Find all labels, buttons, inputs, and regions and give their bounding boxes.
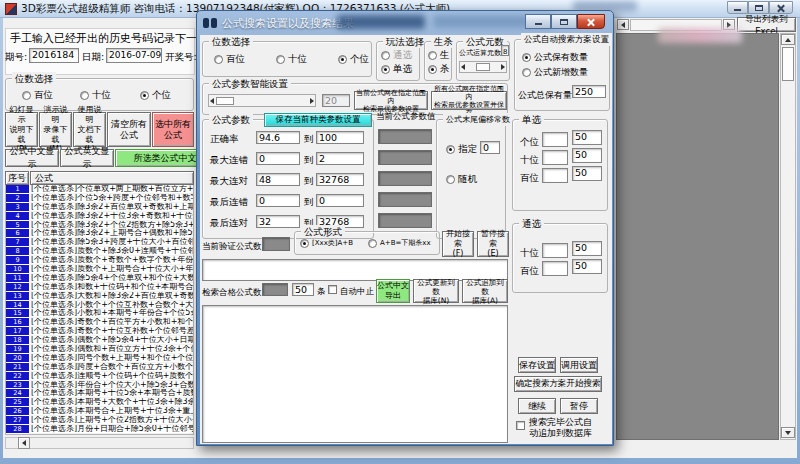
manual-doc-download-button[interactable]: 使用说明 文档下载 (L) bbox=[73, 112, 106, 147]
row-formula-cell[interactable]: [个位单选杀]偶数个+除5余4+十位大小+日期+小 bbox=[29, 336, 193, 345]
continue-button[interactable]: 继续 bbox=[518, 398, 556, 414]
table-row[interactable]: 14[个位单选杀]小数个+个位互补数+合数个+大数 bbox=[6, 301, 193, 310]
row-index-cell[interactable]: 22 bbox=[6, 372, 29, 381]
table-scroll-left-button[interactable] bbox=[18, 437, 30, 449]
row-formula-cell[interactable]: [个位单选杀]除5余3+跨度+十位大小+百位邻号数 bbox=[29, 238, 193, 247]
row-index-cell[interactable]: 23 bbox=[6, 381, 29, 390]
table-row[interactable]: 4[个位单选杀]除3余2+十位3余+奇数和+十位邻号数 bbox=[6, 212, 193, 221]
table-row[interactable]: 25[个位单选杀]本期号+大数个+十位3余+除3余2+同 bbox=[6, 398, 193, 407]
list-scroll-right-button[interactable] bbox=[723, 19, 735, 30]
list-scroll-left-button[interactable] bbox=[617, 19, 629, 30]
row-formula-cell[interactable]: [个位单选杀]质数个+上期号合+十位大小+年份合 bbox=[29, 265, 193, 274]
row-index-cell[interactable]: 14 bbox=[6, 301, 29, 310]
param-from-input[interactable]: 32 bbox=[256, 215, 300, 228]
dialog-maximize-button[interactable] bbox=[551, 14, 577, 29]
row-formula-cell[interactable]: [个位单选杀]偶数和+百位立方+十位3余+个位5余 bbox=[29, 345, 193, 354]
append-database-button[interactable]: 公式追加到数 据库(A) bbox=[462, 279, 508, 303]
single-value[interactable]: 50 bbox=[572, 166, 602, 181]
scroll-up-button[interactable] bbox=[781, 34, 795, 45]
single-value[interactable]: 50 bbox=[572, 130, 602, 145]
row-formula-cell[interactable]: [个位单选杀]除3余2+个位2指数方+除5余3+百位和 bbox=[29, 221, 193, 230]
update-database-button[interactable]: 公式更新到数 据库(N) bbox=[413, 279, 459, 303]
issue-input[interactable]: 2016184 bbox=[29, 48, 79, 63]
offset-value-input[interactable]: 0 bbox=[480, 141, 500, 154]
minimize-button[interactable] bbox=[727, 1, 748, 14]
vertical-scroll-thumb[interactable] bbox=[782, 47, 794, 81]
element-count-input[interactable]: 8 bbox=[501, 45, 509, 56]
row-formula-cell[interactable]: [个位单选杀]跨度+合数个+百位立方+小数个+除 bbox=[29, 363, 193, 372]
demo-video-download-button[interactable]: 演示说明 录像下载 (M) bbox=[39, 112, 72, 147]
dialog-close-button[interactable] bbox=[577, 14, 605, 29]
row-formula-cell[interactable]: [个位单选杀]个位5余+跨度+个位邻号和+数字个数 bbox=[29, 194, 193, 203]
row-formula-cell[interactable]: [个位单选杀]质数个+除3余0+连顺号+十位邻号差 bbox=[29, 247, 193, 256]
export-chinese-button[interactable]: 公式中文 导出 bbox=[376, 279, 410, 303]
row-formula-cell[interactable]: [个位单选杀]月份+日期合+除5余0+十位邻号差+ bbox=[29, 425, 193, 434]
main-radio-shiwei[interactable]: 十位 bbox=[80, 89, 111, 102]
row-formula-cell[interactable]: [个位单选杀]除3余2+十位3余+奇数和+十位邻号数 bbox=[29, 212, 193, 221]
row-index-cell[interactable]: 4 bbox=[6, 212, 29, 221]
maximize-button[interactable] bbox=[748, 1, 769, 14]
row-index-cell[interactable]: 10 bbox=[6, 265, 29, 274]
row-formula-cell[interactable]: [个位单选杀]除3余2+上期号合+偶数和+除5余2+ bbox=[29, 229, 193, 238]
table-row[interactable]: 15[个位单选杀]小数和+本期号+年份合+个位5余+ bbox=[6, 309, 193, 318]
tong-input[interactable] bbox=[542, 243, 568, 258]
radio-sheng[interactable]: 生 bbox=[428, 49, 450, 62]
row-formula-cell[interactable]: [个位单选杀]除5余4+个位单双+和个位+大数个+ bbox=[29, 274, 193, 283]
row-index-cell[interactable]: 15 bbox=[6, 309, 29, 318]
row-formula-cell[interactable]: [个位单选杀]大数和+除3余2+百位单双+奇数个+ bbox=[29, 292, 193, 301]
table-row[interactable]: 22[个位单选杀]连顺号+个位码+个位码+质数个+数 bbox=[6, 372, 193, 381]
main-radio-gewei[interactable]: 个位 bbox=[140, 89, 171, 102]
row-index-cell[interactable]: 28 bbox=[6, 425, 29, 434]
element-count-scrollbar[interactable] bbox=[459, 61, 507, 73]
auto-append-checkbox[interactable] bbox=[516, 421, 525, 430]
table-row[interactable]: 17[个位单选杀]奇数个+十位互补数+个位邻号差+十 bbox=[6, 327, 193, 336]
row-index-cell[interactable]: 16 bbox=[6, 318, 29, 327]
scroll-down-button[interactable] bbox=[781, 427, 795, 438]
row-formula-cell[interactable]: [个位单选杀]奇数个+十位互补数+个位邻号差+十 bbox=[29, 327, 193, 336]
radio-tongxuan[interactable]: 通选 bbox=[381, 49, 412, 62]
table-row[interactable]: 12[个位单选杀]和数+十位码+和个位+本期号合+百 bbox=[6, 283, 193, 292]
dlg-radio-shiwei[interactable]: 十位 bbox=[276, 53, 307, 66]
search-current-optimal-button[interactable]: 当前公式网在指定范围内 检索最优参数设置 bbox=[354, 91, 428, 110]
table-row[interactable]: 18[个位单选杀]偶数个+除5余4+十位大小+日期+小 bbox=[6, 336, 193, 345]
table-row[interactable]: 19[个位单选杀]偶数和+百位立方+十位3余+个位5余 bbox=[6, 345, 193, 354]
slideshow-download-button[interactable]: 幻灯显示 说明下载 (P) bbox=[5, 112, 38, 147]
row-formula-cell[interactable]: [个位单选杀]质数个+奇数个+数字个数+年份和+ bbox=[29, 256, 193, 265]
row-index-cell[interactable]: 11 bbox=[6, 274, 29, 283]
save-settings-button[interactable]: 保存设置 bbox=[518, 357, 556, 373]
dialog-minimize-button[interactable] bbox=[525, 14, 551, 29]
formula-english-display-button[interactable]: 公式英文显示 bbox=[60, 149, 114, 167]
row-index-cell[interactable]: 3 bbox=[6, 203, 29, 212]
radio-danxuan[interactable]: 单选 bbox=[381, 63, 412, 76]
radio-form-class[interactable]: [Xxx类]A+B bbox=[300, 238, 353, 248]
auto-stop-checkbox[interactable] bbox=[328, 285, 337, 294]
table-row[interactable]: 1[个位单选杀]个位单双+两上期数+百位立方+奇数 bbox=[6, 185, 193, 194]
row-formula-cell[interactable]: [个位单选杀]年份合+个位大小+除5余3+合数个+ bbox=[29, 381, 193, 390]
row-index-cell[interactable]: 7 bbox=[6, 238, 29, 247]
row-index-cell[interactable]: 5 bbox=[6, 221, 29, 230]
table-row[interactable]: 10[个位单选杀]质数个+上期号合+十位大小+年份合 bbox=[6, 265, 193, 274]
load-settings-button[interactable]: 调用设置 bbox=[560, 357, 598, 373]
tong-value[interactable]: 50 bbox=[572, 241, 602, 256]
row-formula-cell[interactable]: [个位单选杀]本期号+十位5余+本期号合+质数个+ bbox=[29, 389, 193, 398]
row-formula-cell[interactable]: [个位单选杀]连顺号+个位码+个位码+质数个+数 bbox=[29, 372, 193, 381]
param-from-input[interactable]: 0 bbox=[256, 152, 300, 165]
row-formula-cell[interactable]: [个位单选杀]除3余2+百位单双+奇数和+上期号合 bbox=[29, 203, 193, 212]
main-radio-baiwei[interactable]: 百位 bbox=[22, 89, 53, 102]
dlg-radio-gewei[interactable]: 个位 bbox=[338, 53, 369, 66]
select-all-formulas-button[interactable]: 选中所有公式 bbox=[152, 112, 194, 147]
row-formula-cell[interactable]: [个位单选杀]个位单双+两上期数+百位立方+奇数 bbox=[29, 185, 193, 194]
table-row[interactable]: 2[个位单选杀]个位5余+跨度+个位邻号和+数字个数 bbox=[6, 194, 193, 203]
radio-keep-count[interactable]: 公式保有数量 bbox=[522, 51, 588, 64]
radio-form-kill[interactable]: A+B=下期杀xx bbox=[368, 238, 431, 248]
row-formula-cell[interactable]: [个位单选杀]小数和+本期号+年份合+个位5余+ bbox=[29, 309, 193, 318]
row-formula-cell[interactable]: [个位单选杀]本期号合+上期号+十位3余+重上期 bbox=[29, 407, 193, 416]
table-row[interactable]: 8[个位单选杀]质数个+除3余0+连顺号+十位邻号差 bbox=[6, 247, 193, 256]
single-input[interactable] bbox=[542, 168, 568, 183]
total-keep-input[interactable]: 250 bbox=[572, 85, 606, 98]
table-row[interactable]: 24[个位单选杀]本期号+十位5余+本期号合+质数个+ bbox=[6, 389, 193, 398]
single-input[interactable] bbox=[542, 150, 568, 165]
row-formula-cell[interactable]: [个位单选杀]同号个数+上期号+和个位+个位邻号 bbox=[29, 354, 193, 363]
table-row[interactable]: 20[个位单选杀]同号个数+上期号+和个位+个位邻号 bbox=[6, 354, 193, 363]
table-row[interactable]: 16[个位单选杀]奇数个+百位平方+小数和+和个位 bbox=[6, 318, 193, 327]
